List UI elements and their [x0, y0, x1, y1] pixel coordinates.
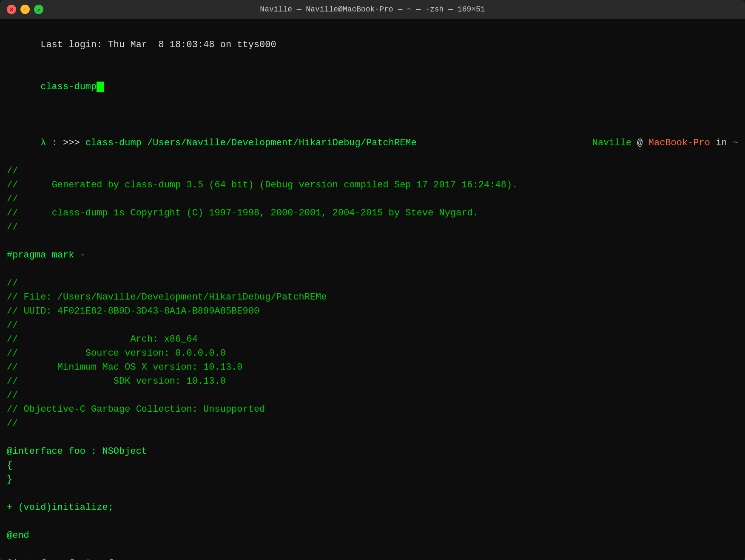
line-prompt-command: Naville @ MacBook-Pro in ~ λ : >>> class…: [7, 108, 738, 164]
window-title: Naville — Naville@MacBook-Pro — ~ — -zsh…: [260, 5, 485, 14]
empty-3: [7, 430, 738, 444]
brace-close-1: }: [7, 472, 738, 486]
comment-file: // File: /Users/Naville/Development/Hika…: [7, 290, 738, 304]
comment-8: //: [7, 388, 738, 402]
comment-uuid: // UUID: 4F021E82-8B9D-3D43-8A1A-B899A85…: [7, 304, 738, 318]
maximize-icon: ↗: [37, 6, 40, 13]
comment-minmacos: // Minimum Mac OS X version: 10.13.0: [7, 360, 738, 374]
comment-2: // Generated by class-dump 3.5 (64 bit) …: [7, 178, 738, 192]
comment-1: //: [7, 164, 738, 178]
traffic-lights: ✕ − ↗: [7, 5, 43, 14]
close-icon: ✕: [10, 6, 13, 13]
brace-open-1: {: [7, 458, 738, 472]
interface-foo2: @interface foo2 : foo: [7, 557, 738, 560]
minimize-button[interactable]: −: [20, 5, 30, 14]
empty-5: [7, 515, 738, 529]
pragma-line: #pragma mark -: [7, 248, 738, 262]
comment-gc: // Objective-C Garbage Collection: Unsup…: [7, 402, 738, 416]
comment-9: //: [7, 416, 738, 430]
lambda-prompt: λ :: [40, 138, 63, 148]
cursor-block: [97, 82, 104, 92]
empty-1: [7, 234, 738, 248]
maximize-button[interactable]: ↗: [34, 5, 43, 14]
minimize-icon: −: [23, 6, 27, 13]
comment-arch: // Arch: x86_64: [7, 332, 738, 346]
right-prompt: Naville @ MacBook-Pro in ~: [547, 122, 738, 164]
method-initialize-1: + (void)initialize;: [7, 501, 738, 515]
comment-sdk: // SDK version: 10.13.0: [7, 374, 738, 388]
classdump-text: class-dump: [40, 82, 97, 92]
empty-2: [7, 262, 738, 276]
command-text: class-dump /Users/Naville/Development/Hi…: [85, 138, 417, 148]
line-login: Last login: Thu Mar 8 18:03:48 on ttys00…: [7, 24, 738, 66]
empty-6: [7, 543, 738, 557]
titlebar: ✕ − ↗ Naville — Naville@MacBook-Pro — ~ …: [0, 0, 745, 19]
terminal-content[interactable]: Last login: Thu Mar 8 18:03:48 on ttys00…: [0, 19, 745, 560]
terminal-window: ✕ − ↗ Naville — Naville@MacBook-Pro — ~ …: [0, 0, 745, 560]
line-classdump-cmd: class-dump: [7, 66, 738, 108]
login-text: Last login: Thu Mar 8 18:03:48 on ttys00…: [40, 40, 276, 50]
comment-3: //: [7, 192, 738, 206]
comment-source: // Source version: 0.0.0.0.0: [7, 346, 738, 360]
comment-7: //: [7, 318, 738, 332]
comment-6: //: [7, 276, 738, 290]
comment-4: // class-dump is Copyright (C) 1997-1998…: [7, 206, 738, 220]
interface-foo: @interface foo : NSObject: [7, 444, 738, 458]
end-1: @end: [7, 529, 738, 543]
empty-4: [7, 486, 738, 501]
comment-5: //: [7, 220, 738, 234]
close-button[interactable]: ✕: [7, 5, 16, 14]
